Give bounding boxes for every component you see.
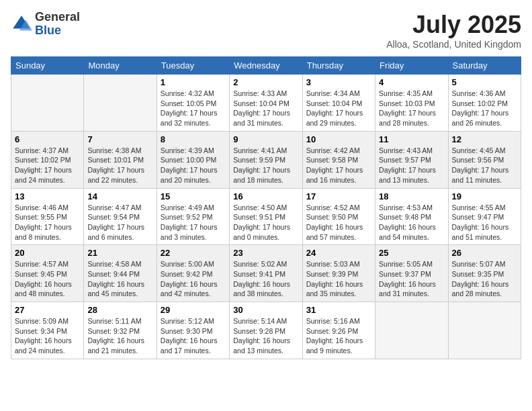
day-number: 24 <box>306 248 371 258</box>
day-cell: 7Sunrise: 4:38 AMSunset: 10:01 PMDayligh… <box>84 131 157 188</box>
day-number: 26 <box>452 248 517 258</box>
day-number: 4 <box>379 77 444 87</box>
day-cell: 11Sunrise: 4:43 AMSunset: 9:57 PMDayligh… <box>375 131 448 188</box>
day-cell: 21Sunrise: 4:58 AMSunset: 9:44 PMDayligh… <box>84 245 157 302</box>
day-info: Sunrise: 4:53 AMSunset: 9:48 PMDaylight:… <box>379 203 444 242</box>
page-header: General Blue July 2025 Alloa, Scotland, … <box>11 11 521 50</box>
day-cell: 28Sunrise: 5:11 AMSunset: 9:32 PMDayligh… <box>84 302 157 359</box>
day-number: 15 <box>161 191 226 201</box>
day-number: 31 <box>306 305 371 315</box>
day-cell: 6Sunrise: 4:37 AMSunset: 10:02 PMDayligh… <box>11 131 84 188</box>
day-cell: 9Sunrise: 4:41 AMSunset: 9:59 PMDaylight… <box>230 131 302 188</box>
day-info: Sunrise: 4:45 AMSunset: 9:56 PMDaylight:… <box>452 146 517 185</box>
day-number: 17 <box>306 191 371 201</box>
day-cell: 2Sunrise: 4:33 AMSunset: 10:04 PMDayligh… <box>230 75 302 132</box>
day-info: Sunrise: 4:43 AMSunset: 9:57 PMDaylight:… <box>379 146 444 185</box>
day-number: 7 <box>87 134 152 144</box>
day-info: Sunrise: 4:57 AMSunset: 9:45 PMDaylight:… <box>15 259 80 299</box>
day-number: 16 <box>233 191 298 201</box>
day-info: Sunrise: 4:49 AMSunset: 9:52 PMDaylight:… <box>161 203 226 242</box>
week-row-1: 1Sunrise: 4:32 AMSunset: 10:05 PMDayligh… <box>11 75 521 132</box>
day-cell: 8Sunrise: 4:39 AMSunset: 10:00 PMDayligh… <box>157 131 229 188</box>
day-cell: 1Sunrise: 4:32 AMSunset: 10:05 PMDayligh… <box>157 75 229 132</box>
day-cell: 31Sunrise: 5:16 AMSunset: 9:26 PMDayligh… <box>302 302 375 359</box>
day-cell: 15Sunrise: 4:49 AMSunset: 9:52 PMDayligh… <box>157 188 229 245</box>
day-cell: 20Sunrise: 4:57 AMSunset: 9:45 PMDayligh… <box>11 245 84 302</box>
day-info: Sunrise: 5:12 AMSunset: 9:30 PMDaylight:… <box>161 316 226 356</box>
day-info: Sunrise: 4:35 AMSunset: 10:03 PMDaylight… <box>379 89 444 128</box>
weekday-header-monday: Monday <box>84 57 157 75</box>
day-cell: 3Sunrise: 4:34 AMSunset: 10:04 PMDayligh… <box>302 75 375 132</box>
weekday-header-row: SundayMondayTuesdayWednesdayThursdayFrid… <box>11 57 521 75</box>
day-info: Sunrise: 4:50 AMSunset: 9:51 PMDaylight:… <box>233 203 298 242</box>
week-row-3: 13Sunrise: 4:46 AMSunset: 9:55 PMDayligh… <box>11 188 521 245</box>
day-number: 20 <box>15 248 80 258</box>
day-number: 19 <box>452 191 517 201</box>
week-row-5: 27Sunrise: 5:09 AMSunset: 9:34 PMDayligh… <box>11 302 521 359</box>
weekday-header-friday: Friday <box>375 57 448 75</box>
day-info: Sunrise: 5:14 AMSunset: 9:28 PMDaylight:… <box>233 316 298 356</box>
day-info: Sunrise: 5:05 AMSunset: 9:37 PMDaylight:… <box>379 259 444 299</box>
month-title: July 2025 <box>386 11 521 39</box>
day-cell: 30Sunrise: 5:14 AMSunset: 9:28 PMDayligh… <box>230 302 302 359</box>
weekday-header-saturday: Saturday <box>448 57 521 75</box>
day-number: 22 <box>161 248 226 258</box>
day-cell: 26Sunrise: 5:07 AMSunset: 9:35 PMDayligh… <box>448 245 521 302</box>
day-number: 14 <box>87 191 152 201</box>
day-number: 6 <box>15 134 80 144</box>
day-info: Sunrise: 5:03 AMSunset: 9:39 PMDaylight:… <box>306 259 371 299</box>
day-cell: 29Sunrise: 5:12 AMSunset: 9:30 PMDayligh… <box>157 302 229 359</box>
day-info: Sunrise: 4:41 AMSunset: 9:59 PMDaylight:… <box>233 146 298 185</box>
location: Alloa, Scotland, United Kingdom <box>386 39 521 50</box>
day-number: 9 <box>233 134 298 144</box>
day-number: 21 <box>87 248 152 258</box>
day-number: 2 <box>233 77 298 87</box>
day-number: 10 <box>306 134 371 144</box>
day-number: 18 <box>379 191 444 201</box>
day-info: Sunrise: 4:37 AMSunset: 10:02 PMDaylight… <box>15 146 80 185</box>
day-info: Sunrise: 5:11 AMSunset: 9:32 PMDaylight:… <box>87 316 152 356</box>
day-info: Sunrise: 5:02 AMSunset: 9:41 PMDaylight:… <box>233 259 298 299</box>
day-cell: 16Sunrise: 4:50 AMSunset: 9:51 PMDayligh… <box>230 188 302 245</box>
day-number: 27 <box>15 305 80 315</box>
weekday-header-tuesday: Tuesday <box>157 57 229 75</box>
day-cell: 13Sunrise: 4:46 AMSunset: 9:55 PMDayligh… <box>11 188 84 245</box>
day-info: Sunrise: 4:36 AMSunset: 10:02 PMDaylight… <box>452 89 517 128</box>
day-info: Sunrise: 5:09 AMSunset: 9:34 PMDaylight:… <box>15 316 80 356</box>
day-info: Sunrise: 5:00 AMSunset: 9:42 PMDaylight:… <box>161 259 226 299</box>
day-cell: 24Sunrise: 5:03 AMSunset: 9:39 PMDayligh… <box>302 245 375 302</box>
day-number: 13 <box>15 191 80 201</box>
day-cell: 25Sunrise: 5:05 AMSunset: 9:37 PMDayligh… <box>375 245 448 302</box>
weekday-header-sunday: Sunday <box>11 57 84 75</box>
day-number: 29 <box>161 305 226 315</box>
day-cell: 18Sunrise: 4:53 AMSunset: 9:48 PMDayligh… <box>375 188 448 245</box>
day-number: 5 <box>452 77 517 87</box>
day-info: Sunrise: 5:16 AMSunset: 9:26 PMDaylight:… <box>306 316 371 356</box>
week-row-2: 6Sunrise: 4:37 AMSunset: 10:02 PMDayligh… <box>11 131 521 188</box>
day-cell: 17Sunrise: 4:52 AMSunset: 9:50 PMDayligh… <box>302 188 375 245</box>
day-number: 25 <box>379 248 444 258</box>
day-cell: 14Sunrise: 4:47 AMSunset: 9:54 PMDayligh… <box>84 188 157 245</box>
day-cell: 5Sunrise: 4:36 AMSunset: 10:02 PMDayligh… <box>448 75 521 132</box>
weekday-header-thursday: Thursday <box>302 57 375 75</box>
day-number: 28 <box>87 305 152 315</box>
day-info: Sunrise: 4:34 AMSunset: 10:04 PMDaylight… <box>306 89 371 128</box>
day-info: Sunrise: 4:47 AMSunset: 9:54 PMDaylight:… <box>87 203 152 242</box>
day-cell <box>375 302 448 359</box>
weekday-header-wednesday: Wednesday <box>230 57 302 75</box>
day-number: 3 <box>306 77 371 87</box>
logo-blue: Blue <box>35 24 80 38</box>
week-row-4: 20Sunrise: 4:57 AMSunset: 9:45 PMDayligh… <box>11 245 521 302</box>
day-info: Sunrise: 5:07 AMSunset: 9:35 PMDaylight:… <box>452 259 517 299</box>
day-cell <box>11 75 84 132</box>
day-cell: 12Sunrise: 4:45 AMSunset: 9:56 PMDayligh… <box>448 131 521 188</box>
day-number: 1 <box>161 77 226 87</box>
day-number: 11 <box>379 134 444 144</box>
day-cell: 4Sunrise: 4:35 AMSunset: 10:03 PMDayligh… <box>375 75 448 132</box>
day-cell: 23Sunrise: 5:02 AMSunset: 9:41 PMDayligh… <box>230 245 302 302</box>
day-info: Sunrise: 4:58 AMSunset: 9:44 PMDaylight:… <box>87 259 152 299</box>
day-cell: 27Sunrise: 5:09 AMSunset: 9:34 PMDayligh… <box>11 302 84 359</box>
day-cell <box>84 75 157 132</box>
day-info: Sunrise: 4:33 AMSunset: 10:04 PMDaylight… <box>233 89 298 128</box>
day-cell <box>448 302 521 359</box>
